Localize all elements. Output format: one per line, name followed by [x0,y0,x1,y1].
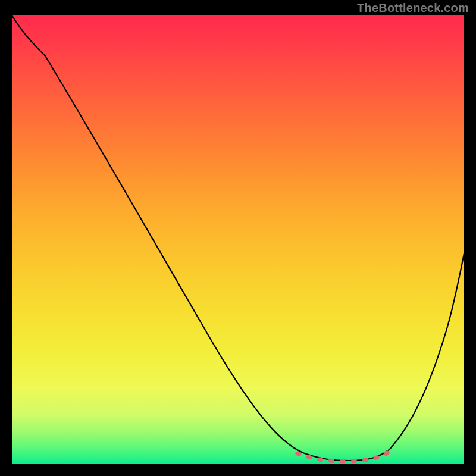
plot-area [12,15,464,464]
bottleneck-curve [12,15,464,461]
attribution-label: TheBottleneck.com [357,1,469,15]
chart-container: TheBottleneck.com [0,0,476,476]
curve-svg [12,15,464,464]
trough-marker [298,451,390,461]
